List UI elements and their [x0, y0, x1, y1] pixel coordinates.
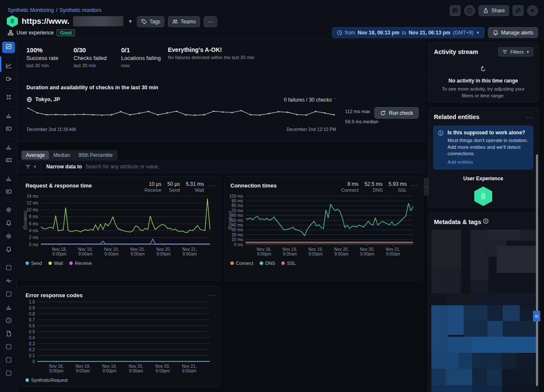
- sidebar-item-help[interactable]: ?: [2, 316, 15, 326]
- request-response-chart[interactable]: 0 ms2 ms4 ms6 ms8 ms10 ms12 ms14 ms(Dura…: [22, 193, 220, 260]
- sidebar-item-bell[interactable]: [2, 245, 15, 255]
- time-range-picker[interactable]: fromNov 18, 06:13 pm toNov 21, 06:13 pm …: [332, 27, 484, 38]
- request-response-stats: 10 µsReceive50 µsSend5.31 msWait: [144, 181, 204, 193]
- activity-stream-panel: Activity stream Filters ▼ No activity in…: [428, 42, 539, 102]
- sidebar-item-card[interactable]: [2, 156, 15, 166]
- sidebar-item-export[interactable]: [2, 74, 15, 85]
- connection-times-more-button[interactable]: ···: [411, 181, 418, 188]
- tags-button[interactable]: Tags: [137, 16, 164, 27]
- svg-text:9:00pm: 9:00pm: [156, 369, 170, 373]
- narrow-data-input[interactable]: Search for any attribute or value.: [85, 164, 426, 170]
- svg-text:70 ms: 70 ms: [232, 208, 243, 213]
- duration-sparkline-chart[interactable]: [26, 105, 336, 125]
- sidebar-item-bar-chart[interactable]: [2, 303, 15, 313]
- right-panel-scrollbar[interactable]: [536, 154, 538, 386]
- feedback-button[interactable]: [450, 5, 461, 16]
- svg-text:Nov 19,: Nov 19,: [78, 247, 93, 252]
- connection-times-legend: ConnectDNSSSL: [224, 260, 423, 266]
- svg-text:1.0: 1.0: [29, 300, 35, 304]
- request-response-more-button[interactable]: ···: [208, 181, 215, 188]
- svg-text:9:00am: 9:00am: [182, 369, 196, 373]
- user-experience-hexagon-icon[interactable]: [474, 187, 492, 206]
- add-entities-link[interactable]: Add entities: [448, 159, 528, 165]
- connection-times-card: Connection times 8 msConnect52.5 msDNS5.…: [224, 176, 423, 281]
- tab-95th-percentile[interactable]: 95th Percentile: [74, 151, 117, 159]
- sidebar-item-bar-chart[interactable]: [2, 174, 15, 184]
- error-codes-title: Error response codes: [26, 291, 208, 298]
- connection-times-chart[interactable]: 0 ms10 ms20 ms30 ms40 ms50 ms60 ms70 ms8…: [227, 193, 423, 260]
- legend-ssl[interactable]: SSL: [281, 261, 296, 266]
- doc-icon: [6, 330, 12, 338]
- redacted-block: [472, 369, 487, 385]
- rail-divider: [5, 170, 12, 170]
- legend-receive[interactable]: Receive: [69, 261, 92, 266]
- bar-chart-icon: [6, 175, 12, 183]
- sidebar-item-dashed-box[interactable]: [2, 290, 15, 300]
- card-icon: [6, 125, 12, 134]
- legend-dns[interactable]: DNS: [260, 261, 275, 266]
- location-row[interactable]: Tokyo, JP: [26, 97, 60, 102]
- connection-times-title: Connection times: [230, 181, 341, 189]
- duration-max-label: 112 ms max: [345, 109, 370, 114]
- redacted-block: [470, 230, 488, 281]
- redacted-block: [502, 369, 536, 385]
- legend-syntheticrequest[interactable]: SyntheticRequest: [26, 378, 68, 383]
- sidebar-item-doc[interactable]: [2, 329, 15, 339]
- dashed-box-icon: [6, 291, 12, 299]
- svg-text:9:00am: 9:00am: [183, 252, 197, 256]
- legend-send[interactable]: Send: [26, 261, 42, 266]
- sidebar-item-line-chart[interactable]: [2, 61, 15, 71]
- refresh-icon: [380, 110, 386, 116]
- run-check-button[interactable]: Run check: [374, 107, 419, 119]
- sidebar-item-dashed-box[interactable]: [2, 369, 15, 379]
- tab-average[interactable]: Average: [22, 151, 49, 159]
- sidebar-item-bar-chart[interactable]: [2, 142, 15, 153]
- svg-text:8 ms: 8 ms: [29, 214, 38, 219]
- panel-collapse-handle[interactable]: ›: [424, 178, 429, 196]
- sidebar-item-card[interactable]: [2, 124, 15, 134]
- svg-text:Nov 20,: Nov 20,: [334, 247, 348, 252]
- ai-assistant-button[interactable]: [527, 5, 538, 16]
- svg-text:Nov 19,: Nov 19,: [283, 247, 297, 252]
- apps-grid-icon: [6, 94, 12, 102]
- sidebar-item-bar-chart[interactable]: [2, 111, 15, 121]
- sidebar-item-apps-grid[interactable]: [2, 93, 15, 103]
- chevron-down-icon: ▼: [476, 31, 480, 35]
- redacted-block: [431, 385, 472, 392]
- manage-alerts-button[interactable]: Manage alerts: [488, 27, 538, 38]
- teams-button[interactable]: Teams: [168, 16, 200, 27]
- chevron-down-icon[interactable]: ▼: [128, 19, 133, 24]
- duration-more-button[interactable]: ···: [330, 95, 337, 102]
- activity-filters-button[interactable]: Filters ▼: [498, 47, 533, 57]
- rail-divider: [5, 107, 12, 107]
- breadcrumb-link-synthetic-monitors[interactable]: Synthetic monitors: [60, 7, 102, 13]
- sidebar-item-dashed-box[interactable]: [2, 355, 15, 366]
- title-more-button[interactable]: ···: [204, 16, 217, 27]
- breadcrumb-link-synthetic-monitoring[interactable]: Synthetic Monitoring: [8, 7, 54, 13]
- sidebar-item-dashed-box[interactable]: [2, 342, 15, 352]
- svg-text:9:00am: 9:00am: [76, 369, 90, 373]
- sidebar-item-gear[interactable]: [2, 232, 15, 242]
- help-icon[interactable]: ?: [483, 218, 489, 224]
- share-button[interactable]: Share: [479, 5, 509, 16]
- share-icon: [483, 8, 489, 14]
- related-entities-more-button[interactable]: ···: [527, 113, 533, 120]
- sidebar-item-pulse[interactable]: [2, 276, 15, 287]
- filter-menu-button[interactable]: ▼: [17, 164, 41, 170]
- error-codes-chart[interactable]: 00.10.20.30.40.50.60.70.80.91.0Nov 18,9:…: [22, 299, 220, 377]
- legend-wait[interactable]: Wait: [48, 261, 63, 266]
- narrow-data-label: Narrow data to: [46, 164, 82, 170]
- sidebar-item-bell[interactable]: [2, 219, 15, 229]
- help-button[interactable]: ?: [464, 5, 475, 16]
- error-codes-more-button[interactable]: ···: [208, 291, 215, 298]
- sidebar-item-dashboard-selected[interactable]: [2, 42, 15, 53]
- link-button[interactable]: [513, 5, 524, 16]
- sidebar-item-gear[interactable]: [2, 205, 15, 216]
- sidebar-item-card[interactable]: [2, 187, 15, 197]
- svg-text:9:00pm: 9:00pm: [360, 252, 374, 256]
- redacted-block: [448, 337, 472, 353]
- legend-connect[interactable]: Connect: [230, 261, 253, 266]
- sidebar-item-dashed-box[interactable]: [2, 263, 15, 273]
- tab-median[interactable]: Median: [49, 151, 74, 159]
- related-entities-title: Related entities: [434, 114, 527, 120]
